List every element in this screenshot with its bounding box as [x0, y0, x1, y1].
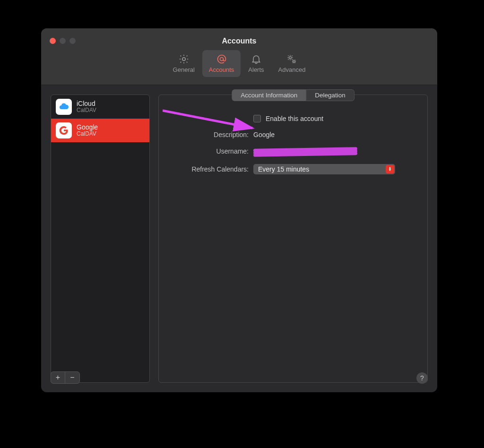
preferences-window: Accounts General Accounts Alerts [41, 28, 437, 392]
close-button[interactable] [50, 38, 56, 44]
username-label: Username: [164, 147, 249, 155]
tab-general[interactable]: General [166, 50, 201, 77]
detail-tabs: Account Information Delegation [232, 89, 354, 101]
add-remove-buttons: + − [51, 371, 80, 384]
tab-alerts-label: Alerts [248, 66, 264, 73]
enable-row: Enable this account [164, 115, 423, 122]
account-name: iCloud [77, 100, 96, 107]
add-account-button[interactable]: + [51, 372, 65, 383]
tab-accounts-label: Accounts [209, 66, 234, 73]
account-row-google[interactable]: Google CalDAV [51, 119, 149, 142]
svg-point-1 [220, 58, 223, 61]
account-details-panel: Account Information Delegation Enable th… [158, 95, 428, 383]
gears-icon [286, 53, 297, 65]
refresh-calendars-select[interactable]: Every 15 minutes ▲▼ [253, 164, 395, 174]
account-text: Google CalDAV [77, 123, 98, 138]
content-area: iCloud CalDAV Google CalDAV Account Info… [41, 85, 437, 392]
tab-delegation[interactable]: Delegation [306, 89, 354, 101]
at-icon [216, 53, 227, 65]
google-icon [56, 122, 72, 138]
description-label: Description: [164, 131, 249, 138]
refresh-selected-value: Every 15 minutes [258, 165, 309, 173]
icloud-icon [56, 99, 72, 115]
enable-account-checkbox[interactable] [253, 115, 261, 122]
account-name: Google [77, 123, 98, 131]
tab-account-information[interactable]: Account Information [232, 89, 306, 101]
refresh-row: Refresh Calendars: Every 15 minutes ▲▼ [164, 164, 423, 174]
username-row: Username: [164, 147, 423, 155]
tab-advanced-label: Advanced [278, 66, 306, 73]
description-row: Description: Google [164, 131, 423, 138]
refresh-label: Refresh Calendars: [164, 165, 249, 173]
help-button[interactable]: ? [416, 372, 428, 384]
traffic-lights [50, 38, 76, 44]
svg-point-2 [289, 57, 292, 59]
account-text: iCloud CalDAV [77, 100, 96, 114]
tab-general-label: General [173, 66, 195, 73]
account-form: Enable this account Description: Google … [164, 115, 423, 174]
titlebar: Accounts General Accounts Alerts [41, 28, 437, 85]
toolbar: General Accounts Alerts Advanced [166, 50, 312, 77]
enable-account-label: Enable this account [266, 115, 323, 122]
remove-account-button[interactable]: − [65, 372, 79, 383]
tab-accounts[interactable]: Accounts [202, 50, 241, 77]
tab-advanced[interactable]: Advanced [272, 50, 312, 77]
select-stepper-icon: ▲▼ [386, 165, 394, 173]
tab-alerts[interactable]: Alerts [242, 50, 270, 77]
minimize-button[interactable] [60, 38, 66, 44]
description-value: Google [253, 131, 275, 138]
gear-icon [178, 53, 190, 65]
account-subtype: CalDAV [77, 131, 98, 138]
username-value-redacted [253, 147, 357, 155]
account-subtype: CalDAV [77, 107, 96, 114]
window-title: Accounts [222, 37, 257, 45]
accounts-sidebar: iCloud CalDAV Google CalDAV [51, 95, 150, 383]
svg-point-3 [294, 60, 295, 62]
bell-icon [251, 53, 262, 65]
account-row-icloud[interactable]: iCloud CalDAV [51, 95, 149, 119]
zoom-button[interactable] [69, 38, 76, 44]
svg-point-0 [182, 58, 185, 60]
